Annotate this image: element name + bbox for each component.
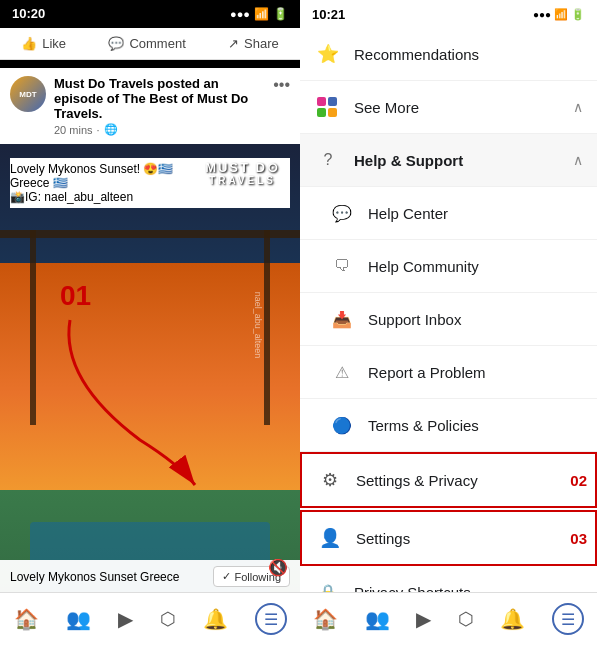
post-header: MDT Must Do Travels posted an episode of… <box>0 68 300 144</box>
video-title: Lovely Mykonos Sunset Greece <box>10 570 179 584</box>
nav-menu-button[interactable]: ☰ <box>255 603 287 635</box>
share-icon: ↗ <box>228 36 239 51</box>
nav-friends[interactable]: 👥 <box>66 607 91 631</box>
globe-icon: 🌐 <box>104 123 118 136</box>
see-more-icon <box>314 93 342 121</box>
right-battery-icon: 🔋 <box>571 8 585 21</box>
menu-item-privacy-shortcuts[interactable]: 🔒 Privacy Shortcuts <box>300 566 597 592</box>
menu-item-settings-privacy[interactable]: ⚙ Settings & Privacy 02 <box>300 452 597 508</box>
privacy-shortcuts-icon: 🔒 <box>314 578 342 592</box>
comment-icon: 💬 <box>108 36 124 51</box>
nav-bell[interactable]: 🔔 <box>203 607 228 631</box>
menu-item-report-problem[interactable]: ⚠ Report a Problem <box>300 346 597 399</box>
video-watermark: nael_abu_alteen <box>254 291 264 358</box>
see-more-chevron: ∧ <box>573 99 583 115</box>
post-time: 20 mins · 🌐 <box>54 123 265 136</box>
right-nav-home[interactable]: 🏠 <box>313 607 338 631</box>
menu-list: ⭐ Recommendations See More ∧ ? Help & Su… <box>300 28 597 592</box>
menu-item-recommendations[interactable]: ⭐ Recommendations <box>300 28 597 81</box>
help-community-icon: 🗨 <box>328 252 356 280</box>
left-panel: 10:20 ●●● 📶 🔋 👍 Like 💬 Comment ↗ Share M… <box>0 0 300 649</box>
left-status-bar: 10:20 ●●● 📶 🔋 <box>0 0 300 27</box>
menu-item-support-inbox[interactable]: 📥 Support Inbox <box>300 293 597 346</box>
red-arrow <box>40 300 220 500</box>
right-nav-watch[interactable]: ▶ <box>416 607 431 631</box>
nav-groups[interactable]: ⬡ <box>160 608 176 630</box>
recommendations-icon: ⭐ <box>314 40 342 68</box>
report-problem-icon: ⚠ <box>328 358 356 386</box>
menu-item-help-community[interactable]: 🗨 Help Community <box>300 240 597 293</box>
comment-button[interactable]: 💬 Comment <box>108 36 185 51</box>
signal-icon: ●●● <box>230 8 250 20</box>
support-inbox-icon: 📥 <box>328 305 356 333</box>
left-bottom-nav: 🏠 👥 ▶ ⬡ 🔔 ☰ <box>0 592 300 649</box>
right-nav-groups[interactable]: ⬡ <box>458 608 474 630</box>
left-action-bar: 👍 Like 💬 Comment ↗ Share <box>0 28 300 60</box>
right-time: 10:21 <box>312 7 345 22</box>
post-author: Must Do Travels posted an episode of The… <box>54 76 265 121</box>
video-bottom-bar: Lovely Mykonos Sunset Greece ✓ Following <box>0 560 300 593</box>
must-do-logo: MUST D⊙ TRAVELS <box>205 160 280 186</box>
badge-03: 03 <box>570 530 587 547</box>
badge-02: 02 <box>570 472 587 489</box>
right-nav-bell[interactable]: 🔔 <box>500 607 525 631</box>
menu-item-help-center[interactable]: 💬 Help Center <box>300 187 597 240</box>
settings-icon: 👤 <box>316 524 344 552</box>
help-support-chevron: ∧ <box>573 152 583 168</box>
settings-privacy-icon: ⚙ <box>316 466 344 494</box>
nav-watch[interactable]: ▶ <box>118 607 133 631</box>
right-status-icons: ●●● 📶 🔋 <box>533 8 585 21</box>
checkmark-icon: ✓ <box>222 570 231 583</box>
post-info: Must Do Travels posted an episode of The… <box>54 76 265 136</box>
right-nav-menu-button[interactable]: ☰ <box>552 603 584 635</box>
like-icon: 👍 <box>21 36 37 51</box>
menu-item-see-more[interactable]: See More ∧ <box>300 81 597 134</box>
nav-home[interactable]: 🏠 <box>14 607 39 631</box>
left-status-icons: ●●● 📶 🔋 <box>230 7 288 21</box>
left-time: 10:20 <box>12 6 45 21</box>
share-button[interactable]: ↗ Share <box>228 36 279 51</box>
more-icon[interactable]: ••• <box>273 76 290 94</box>
right-wifi-icon: 📶 <box>554 8 568 21</box>
avatar: MDT <box>10 76 46 112</box>
volume-icon[interactable]: 🔇 <box>268 558 288 577</box>
right-panel: 10:21 ●●● 📶 🔋 ⭐ Recommendations See Mor <box>300 0 597 649</box>
menu-item-settings[interactable]: 👤 Settings 03 <box>300 510 597 566</box>
menu-item-help-support[interactable]: ? Help & Support ∧ <box>300 134 597 187</box>
battery-icon: 🔋 <box>273 7 288 21</box>
right-nav-friends[interactable]: 👥 <box>365 607 390 631</box>
right-bottom-nav: 🏠 👥 ▶ ⬡ 🔔 ☰ <box>300 592 597 649</box>
terms-policies-icon: 🔵 <box>328 411 356 439</box>
right-signal-icon: ●●● <box>533 9 551 20</box>
help-center-icon: 💬 <box>328 199 356 227</box>
like-button[interactable]: 👍 Like <box>21 36 66 51</box>
menu-item-terms-policies[interactable]: 🔵 Terms & Policies <box>300 399 597 452</box>
right-status-bar: 10:21 ●●● 📶 🔋 <box>300 0 597 28</box>
wifi-icon: 📶 <box>254 7 269 21</box>
help-support-icon: ? <box>314 146 342 174</box>
